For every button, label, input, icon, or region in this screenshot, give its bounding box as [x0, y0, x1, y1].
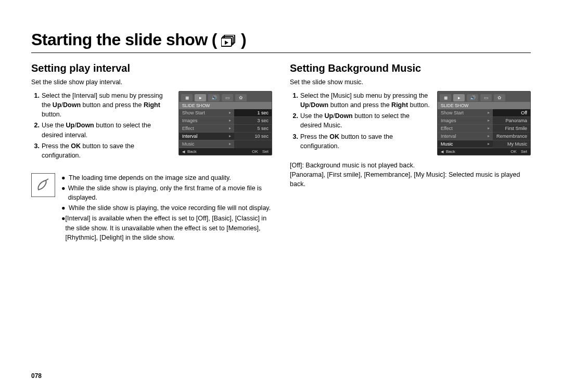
- menu-option: 3 sec: [234, 117, 272, 125]
- left-content-row: 1. Select the [Interval] sub menu by pre…: [31, 91, 272, 162]
- screen-menu-left: Show Start▸Images▸Effect▸Interval▸Music▸: [438, 109, 493, 148]
- step-text: Press the OK button to save the configur…: [300, 132, 432, 151]
- page-number: 078: [31, 372, 42, 380]
- right-heading: Setting Background Music: [290, 62, 531, 74]
- menu-option: Panorama: [493, 117, 530, 125]
- step-text: Press the OK button to save the configur…: [42, 141, 173, 160]
- step-item: 1. Select the [Interval] sub menu by pre…: [31, 91, 173, 119]
- page-title: Starting the slide show ( ): [31, 30, 531, 53]
- tab-settings-icon: ✿: [494, 94, 505, 101]
- tab-icon: ◼: [181, 94, 193, 101]
- slideshow-icon: [221, 35, 237, 47]
- step-item: 2. Use the Up/Down button to select the …: [290, 111, 432, 130]
- paren-close: ): [241, 30, 246, 49]
- screen-menu-right: OffPanoramaFirst SmileRemembranceMy Musi…: [493, 109, 530, 148]
- menu-row: Images▸: [438, 117, 493, 125]
- menu-row: Show Start▸: [179, 109, 234, 117]
- screen-footer: Back OK Set: [179, 148, 272, 155]
- step-number: 1.: [290, 91, 298, 110]
- left-steps: 1. Select the [Interval] sub menu by pre…: [31, 91, 173, 162]
- right-column: Setting Background Music Set the slide s…: [290, 62, 531, 243]
- step-text: Select the [Interval] sub menu by pressi…: [42, 91, 173, 119]
- step-text: Use the Up/Down button to select the des…: [42, 121, 173, 139]
- title-text: Starting the slide show: [31, 30, 208, 49]
- step-text: Select the [Music] sub menu by pressing …: [300, 91, 432, 110]
- svg-line-3: [46, 179, 48, 180]
- step-item: 2. Use the Up/Down button to select the …: [31, 121, 173, 139]
- tab-sound-icon: 🔊: [208, 94, 220, 101]
- screen-tabs: ◼ ▸ 🔊 ▭ ✿: [179, 92, 272, 102]
- step-item: 3. Press the OK button to save the confi…: [31, 141, 173, 160]
- right-steps: 1. Select the [Music] sub menu by pressi…: [290, 91, 432, 152]
- menu-row: Effect▸: [179, 125, 234, 133]
- screen-body: Show Start▸Images▸Effect▸Interval▸Music▸…: [179, 109, 272, 148]
- menu-option: Remembrance: [493, 133, 530, 140]
- menu-row: Show Start▸: [438, 109, 493, 117]
- manual-page: Starting the slide show ( ) Setting play…: [0, 0, 562, 243]
- note-block: ●The loading time depends on the image s…: [31, 173, 272, 243]
- right-intro: Set the slide show music.: [290, 79, 531, 86]
- step-number: 3.: [31, 141, 40, 160]
- footer-back: Back: [182, 149, 197, 154]
- menu-option: First Smile: [493, 125, 530, 133]
- step-item: 1. Select the [Music] sub menu by pressi…: [290, 91, 432, 110]
- tab-play-icon: ▸: [195, 94, 206, 101]
- tab-sound-icon: 🔊: [467, 94, 478, 101]
- left-column: Setting play interval Set the slide show…: [31, 62, 272, 243]
- note-bullets: ●The loading time depends on the image s…: [61, 173, 272, 243]
- tab-display-icon: ▭: [222, 94, 233, 101]
- screen-footer: Back OK Set: [438, 148, 530, 155]
- tab-display-icon: ▭: [480, 94, 492, 101]
- paren-open: (: [212, 30, 217, 49]
- menu-row: Music▸: [438, 140, 493, 148]
- menu-option: 10 sec: [234, 133, 272, 140]
- footer-ok: OK Set: [252, 149, 269, 154]
- menu-option: 1 sec: [234, 109, 272, 117]
- two-column-layout: Setting play interval Set the slide show…: [31, 62, 531, 243]
- note-line: ●While the slide show is playing, only t…: [61, 184, 272, 202]
- screen-menu-left: Show Start▸Images▸Effect▸Interval▸Music▸: [179, 109, 234, 148]
- step-text: Use the Up/Down button to select the des…: [300, 111, 432, 130]
- note-line: ●While the slide show is playing, the vo…: [61, 203, 272, 213]
- tab-icon: ◼: [440, 94, 451, 101]
- camera-lcd-screenshot-interval: ◼ ▸ 🔊 ▭ ✿ SLIDE SHOW Show Start▸Images▸E…: [178, 91, 272, 155]
- note-line: ●The loading time depends on the image s…: [61, 173, 272, 182]
- screen-header: SLIDE SHOW: [179, 102, 272, 109]
- right-content-row: 1. Select the [Music] sub menu by pressi…: [290, 91, 531, 155]
- menu-option: 5 sec: [234, 125, 272, 133]
- tab-play-icon: ▸: [453, 94, 465, 101]
- note-line: ●[Interval] is available when the effect…: [61, 214, 272, 242]
- menu-row: Images▸: [179, 117, 234, 125]
- step-number: 1.: [31, 91, 40, 119]
- tab-settings-icon: ✿: [235, 94, 247, 101]
- screen-body: Show Start▸Images▸Effect▸Interval▸Music▸…: [438, 109, 530, 148]
- step-number: 2.: [290, 111, 298, 130]
- screen-header: SLIDE SHOW: [438, 102, 530, 109]
- menu-row: Interval▸: [179, 133, 234, 140]
- right-explanation: [Off]: Background music is not played ba…: [290, 161, 531, 189]
- screen-tabs: ◼ ▸ 🔊 ▭ ✿: [438, 92, 530, 102]
- left-intro: Set the slide show play interval.: [31, 79, 272, 86]
- step-number: 2.: [31, 121, 40, 139]
- camera-lcd-screenshot-music: ◼ ▸ 🔊 ▭ ✿ SLIDE SHOW Show Start▸Images▸E…: [437, 91, 531, 155]
- menu-option: Off: [493, 109, 530, 117]
- menu-row: Music▸: [179, 140, 234, 148]
- step-number: 3.: [290, 132, 298, 151]
- step-item: 3. Press the OK button to save the confi…: [290, 132, 432, 151]
- footer-back: Back: [441, 149, 455, 154]
- menu-row: Interval▸: [438, 133, 493, 140]
- note-icon: [31, 173, 55, 197]
- screen-menu-right: 1 sec3 sec5 sec10 sec: [234, 109, 272, 148]
- menu-row: Effect▸: [438, 125, 493, 133]
- left-heading: Setting play interval: [31, 62, 272, 74]
- menu-option: My Music: [493, 140, 530, 148]
- footer-ok: OK Set: [510, 149, 527, 154]
